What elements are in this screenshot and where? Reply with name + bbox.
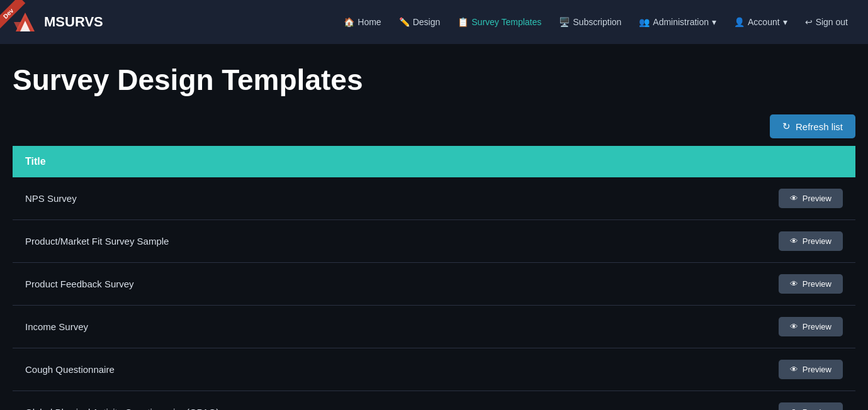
preview-icon: 👁 bbox=[790, 279, 798, 289]
nav-links: 🏠 Home ✏️ Design 📋 Survey Templates 🖥️ S… bbox=[336, 12, 855, 32]
preview-icon: 👁 bbox=[790, 236, 798, 246]
table-action-header bbox=[611, 146, 855, 177]
toolbar: ↻ Refresh list bbox=[13, 114, 855, 138]
page-title: Survey Design Templates bbox=[13, 63, 855, 97]
nav-subscription[interactable]: 🖥️ Subscription bbox=[551, 12, 629, 32]
survey-title-cell: Global Physical Activity Questionnaire (… bbox=[13, 391, 611, 411]
nav-home[interactable]: 🏠 Home bbox=[336, 12, 388, 32]
nav-home-label: Home bbox=[358, 17, 381, 27]
main-content: Survey Design Templates ↻ Refresh list T… bbox=[0, 44, 868, 410]
preview-label: Preview bbox=[803, 407, 831, 410]
preview-button-nps-survey[interactable]: 👁Preview bbox=[779, 189, 843, 208]
table-row: NPS Survey👁Preview bbox=[13, 177, 855, 220]
table-row: Income Survey👁Preview bbox=[13, 306, 855, 348]
nav-sign-out-label: Sign out bbox=[816, 17, 848, 27]
survey-title-cell: Cough Questionnaire bbox=[13, 348, 611, 391]
survey-table: Title NPS Survey👁PreviewProduct/Market F… bbox=[13, 146, 855, 410]
survey-action-cell: 👁Preview bbox=[611, 391, 855, 411]
preview-button-product-feedback[interactable]: 👁Preview bbox=[779, 274, 843, 294]
nav-administration-label: Administration bbox=[653, 17, 709, 27]
preview-button-product-market-fit[interactable]: 👁Preview bbox=[779, 231, 843, 251]
administration-icon: 👥 bbox=[639, 17, 650, 27]
nav-design-label: Design bbox=[413, 17, 441, 27]
nav-account-label: Account bbox=[748, 17, 780, 27]
navbar: Dev MSURVS 🏠 Home ✏️ Design 📋 Survey Tem… bbox=[0, 0, 868, 44]
table-row: Product/Market Fit Survey Sample👁Preview bbox=[13, 220, 855, 263]
table-header-row: Title bbox=[13, 146, 855, 177]
preview-icon: 👁 bbox=[790, 194, 798, 203]
account-chevron-icon: ▾ bbox=[783, 17, 787, 27]
survey-action-cell: 👁Preview bbox=[611, 177, 855, 220]
preview-label: Preview bbox=[803, 194, 831, 203]
nav-administration[interactable]: 👥 Administration ▾ bbox=[631, 12, 724, 32]
preview-button-income-survey[interactable]: 👁Preview bbox=[779, 317, 843, 336]
survey-title-cell: Product/Market Fit Survey Sample bbox=[13, 220, 611, 263]
refresh-icon: ↻ bbox=[782, 121, 791, 132]
preview-icon: 👁 bbox=[790, 407, 798, 410]
table-title-header: Title bbox=[13, 146, 611, 177]
brand-name: MSURVS bbox=[44, 14, 103, 30]
nav-subscription-label: Subscription bbox=[573, 17, 621, 27]
table-row: Product Feedback Survey👁Preview bbox=[13, 263, 855, 306]
survey-title-cell: NPS Survey bbox=[13, 177, 611, 220]
nav-survey-templates-label: Survey Templates bbox=[471, 17, 541, 27]
sign-out-icon: ↩ bbox=[805, 17, 813, 27]
preview-label: Preview bbox=[803, 365, 831, 374]
table-body: NPS Survey👁PreviewProduct/Market Fit Sur… bbox=[13, 177, 855, 410]
administration-chevron-icon: ▾ bbox=[712, 17, 716, 27]
survey-action-cell: 👁Preview bbox=[611, 306, 855, 348]
preview-button-gpaq[interactable]: 👁Preview bbox=[779, 402, 843, 410]
survey-templates-icon: 📋 bbox=[458, 17, 468, 27]
survey-action-cell: 👁Preview bbox=[611, 348, 855, 391]
refresh-button[interactable]: ↻ Refresh list bbox=[770, 114, 855, 138]
refresh-button-label: Refresh list bbox=[796, 121, 843, 132]
preview-label: Preview bbox=[803, 279, 831, 289]
account-icon: 👤 bbox=[734, 17, 745, 27]
preview-label: Preview bbox=[803, 322, 831, 331]
home-icon: 🏠 bbox=[344, 17, 354, 27]
survey-title-cell: Product Feedback Survey bbox=[13, 263, 611, 306]
nav-survey-templates[interactable]: 📋 Survey Templates bbox=[450, 12, 549, 32]
survey-title-cell: Income Survey bbox=[13, 306, 611, 348]
nav-sign-out[interactable]: ↩ Sign out bbox=[798, 12, 855, 32]
nav-design[interactable]: ✏️ Design bbox=[392, 12, 448, 32]
dev-ribbon: Dev bbox=[0, 0, 45, 44]
design-icon: ✏️ bbox=[399, 17, 410, 27]
preview-icon: 👁 bbox=[790, 365, 798, 374]
nav-account[interactable]: 👤 Account ▾ bbox=[726, 12, 795, 32]
subscription-icon: 🖥️ bbox=[559, 17, 570, 27]
table-row: Global Physical Activity Questionnaire (… bbox=[13, 391, 855, 411]
dev-ribbon-text: Dev bbox=[0, 0, 26, 31]
survey-action-cell: 👁Preview bbox=[611, 263, 855, 306]
preview-button-cough-questionnaire[interactable]: 👁Preview bbox=[779, 360, 843, 379]
survey-action-cell: 👁Preview bbox=[611, 220, 855, 263]
preview-icon: 👁 bbox=[790, 322, 798, 331]
table-row: Cough Questionnaire👁Preview bbox=[13, 348, 855, 391]
preview-label: Preview bbox=[803, 236, 831, 246]
